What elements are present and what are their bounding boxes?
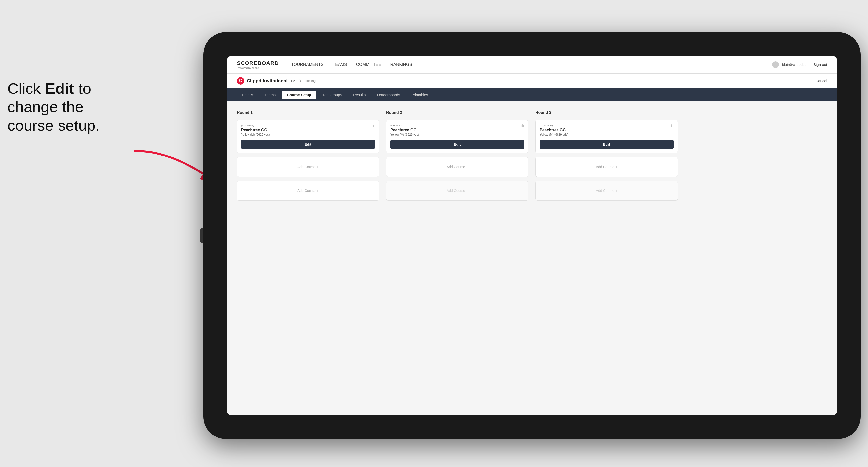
round-3-course-card: (Course A) Peachtree GC Yellow (M) (6629…: [535, 120, 678, 153]
round-3-course-name: Peachtree GC: [540, 128, 674, 132]
tab-details[interactable]: Details: [237, 91, 258, 99]
nav-committee[interactable]: COMMITTEE: [356, 62, 381, 67]
clippd-logo: C: [237, 77, 244, 85]
nav-separator: |: [809, 62, 810, 67]
round-2-course-card: (Course A) Peachtree GC Yellow (M) (6629…: [386, 120, 528, 153]
round-3-delete-icon[interactable]: 🗑: [669, 123, 675, 128]
instruction-text: Click Edit tochange thecourse setup.: [7, 80, 100, 135]
round-1-course-card: (Course A) Peachtree GC Yellow (M) (6629…: [237, 120, 379, 153]
tablet-side-button: [200, 228, 204, 243]
round-3-edit-button[interactable]: Edit: [540, 140, 674, 149]
tab-course-setup[interactable]: Course Setup: [282, 91, 316, 99]
round-2-add-course-1[interactable]: Add Course+: [386, 157, 528, 177]
round-1-add-course-2[interactable]: Add Course+: [237, 181, 379, 200]
round-1-delete-icon[interactable]: 🗑: [371, 123, 376, 128]
round-1-course-name: Peachtree GC: [241, 128, 375, 132]
round-2-add-text-2: Add Course+: [447, 189, 468, 193]
sub-header: C Clippd Invitational (Men) Hosting Canc…: [227, 74, 837, 88]
rounds-grid: Round 1 (Course A) Peachtree GC Yellow (…: [237, 111, 827, 200]
cancel-button[interactable]: Cancel: [815, 79, 827, 83]
round-3-course-label: (Course A): [540, 124, 674, 127]
logo-sub: Powered by clippd: [237, 66, 279, 69]
round-1-course-label: (Course A): [241, 124, 375, 127]
tournament-title: C Clippd Invitational (Men) Hosting: [237, 77, 316, 85]
round-2-title: Round 2: [386, 111, 528, 115]
round-3-course-details: Yellow (M) (6629 yds): [540, 133, 674, 136]
hosting-badge: Hosting: [305, 79, 316, 83]
round-4-column-empty: [685, 111, 827, 200]
tab-printables[interactable]: Printables: [406, 91, 433, 99]
tab-bar: Details Teams Course Setup Tee Groups Re…: [227, 88, 837, 101]
round-1-add-text-2: Add Course+: [297, 189, 319, 193]
round-2-delete-icon[interactable]: 🗑: [520, 123, 525, 128]
round-1-title: Round 1: [237, 111, 379, 115]
round-3-title: Round 3: [535, 111, 678, 115]
round-3-add-course-1[interactable]: Add Course+: [535, 157, 678, 177]
sign-out-link[interactable]: Sign out: [813, 62, 827, 67]
round-1-add-course-1[interactable]: Add Course+: [237, 157, 379, 177]
tab-results[interactable]: Results: [348, 91, 371, 99]
nav-teams[interactable]: TEAMS: [333, 62, 347, 67]
nav-rankings[interactable]: RANKINGS: [390, 62, 412, 67]
tab-leaderboards[interactable]: Leaderboards: [372, 91, 405, 99]
round-2-course-details: Yellow (M) (6629 yds): [390, 133, 524, 136]
round-2-column: Round 2 (Course A) Peachtree GC Yellow (…: [386, 111, 528, 200]
round-2-add-course-2: Add Course+: [386, 181, 528, 200]
round-1-column: Round 1 (Course A) Peachtree GC Yellow (…: [237, 111, 379, 200]
top-nav: SCOREBOARD Powered by clippd TOURNAMENTS…: [227, 56, 837, 74]
logo-main: SCOREBOARD: [237, 60, 279, 66]
round-1-edit-button[interactable]: Edit: [241, 140, 375, 149]
round-3-add-text-2: Add Course+: [596, 189, 617, 193]
user-email: blair@clippd.io: [782, 62, 806, 67]
tab-teams[interactable]: Teams: [260, 91, 280, 99]
round-2-course-name: Peachtree GC: [390, 128, 524, 132]
round-3-column: Round 3 (Course A) Peachtree GC Yellow (…: [535, 111, 678, 200]
scoreboard-logo: SCOREBOARD Powered by clippd: [237, 60, 279, 69]
user-avatar: [772, 61, 779, 68]
round-1-course-details: Yellow (M) (6629 yds): [241, 133, 375, 136]
tournament-name: Clippd Invitational: [247, 78, 288, 84]
tablet-frame: SCOREBOARD Powered by clippd TOURNAMENTS…: [204, 32, 861, 439]
round-3-add-course-2: Add Course+: [535, 181, 678, 200]
main-content: Round 1 (Course A) Peachtree GC Yellow (…: [227, 101, 837, 415]
nav-tournaments[interactable]: TOURNAMENTS: [291, 62, 323, 67]
round-2-edit-button[interactable]: Edit: [390, 140, 524, 149]
instruction-bold: Edit: [45, 80, 74, 97]
tab-tee-groups[interactable]: Tee Groups: [318, 91, 347, 99]
round-2-add-text-1: Add Course+: [447, 165, 468, 169]
tablet-screen: SCOREBOARD Powered by clippd TOURNAMENTS…: [227, 56, 837, 415]
tournament-gender: (Men): [291, 79, 301, 83]
round-3-add-text-1: Add Course+: [596, 165, 617, 169]
nav-links: TOURNAMENTS TEAMS COMMITTEE RANKINGS: [291, 62, 772, 67]
round-1-add-text-1: Add Course+: [297, 165, 319, 169]
round-2-course-label: (Course A): [390, 124, 524, 127]
nav-right: blair@clippd.io | Sign out: [772, 61, 827, 68]
